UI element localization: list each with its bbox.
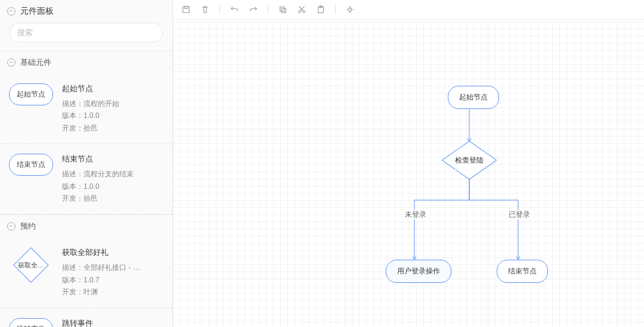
undo-icon[interactable] — [230, 5, 239, 14]
component-desc: 描述：流程的开始 — [62, 98, 165, 110]
component-desc: 描述：流程分支的结束 — [62, 168, 165, 180]
component-version: 版本：1.0.0 — [62, 180, 165, 192]
svg-point-8 — [348, 8, 351, 11]
toolbar-separator — [268, 5, 268, 14]
svg-rect-0 — [183, 7, 190, 13]
node-check-login[interactable]: 检查登陆 — [441, 142, 498, 178]
toolbar-separator — [335, 5, 336, 14]
component-list-reserve: 获取全… 获取全部好礼 描述：全部好礼接口 - … 版本：1.0.7 开发：叶渊… — [0, 238, 172, 327]
section-title: 预约 — [20, 221, 36, 232]
panel-header[interactable]: − 元件面板 — [0, 0, 172, 23]
node-end[interactable]: 结束节点 — [497, 260, 548, 283]
component-title: 起始节点 — [62, 83, 165, 94]
collapse-icon[interactable]: − — [7, 58, 16, 67]
search-wrap — [0, 23, 172, 51]
diamond-node-icon: 获取全… — [13, 247, 49, 283]
svg-rect-6 — [318, 7, 324, 13]
component-meta: 起始节点 描述：流程的开始 版本：1.0.0 开发：拾邑 — [55, 83, 165, 134]
component-version: 版本：1.0.0 — [62, 110, 165, 122]
component-desc: 描述：全部好礼接口 - … — [62, 261, 165, 273]
component-dev: 开发：拾邑 — [62, 192, 165, 204]
component-item[interactable]: 跳转事件 跳转事件 描述：跳转方法 版本：1.0.3 开发：叶渊 — [0, 309, 172, 327]
component-dev: 开发：叶渊 — [62, 286, 165, 298]
svg-rect-1 — [184, 7, 187, 9]
component-item[interactable]: 获取全… 获取全部好礼 描述：全部好礼接口 - … 版本：1.0.7 开发：叶渊 — [0, 238, 172, 308]
copy-icon[interactable] — [278, 5, 287, 14]
component-item[interactable]: 起始节点 起始节点 描述：流程的开始 版本：1.0.0 开发：拾邑 — [0, 74, 172, 144]
flow-canvas[interactable]: 未登录 已登录 起始节点 检查登陆 用户登录操作 结束节点 — [173, 21, 644, 327]
component-title: 结束节点 — [62, 154, 165, 164]
component-shape[interactable]: 跳转事件 — [7, 318, 55, 327]
delete-icon[interactable] — [200, 5, 210, 14]
section-header-reserve[interactable]: − 预约 — [0, 214, 172, 238]
component-version: 版本：1.0.7 — [62, 274, 165, 286]
component-shape[interactable]: 结束节点 — [7, 154, 55, 176]
section-header-basic[interactable]: − 基础元件 — [0, 51, 172, 74]
component-item[interactable]: 结束节点 结束节点 描述：流程分支的结束 版本：1.0.0 开发：拾邑 — [0, 144, 172, 214]
toolbar-separator — [219, 5, 220, 14]
rounded-node-icon: 跳转事件 — [9, 318, 53, 327]
component-list-basic: 起始节点 起始节点 描述：流程的开始 版本：1.0.0 开发：拾邑 结束节点 结… — [0, 74, 172, 214]
section-title: 基础元件 — [20, 57, 51, 68]
paste-icon[interactable] — [316, 5, 326, 14]
canvas-area: 未登录 已登录 起始节点 检查登陆 用户登录操作 结束节点 — [173, 0, 644, 327]
svg-point-4 — [299, 11, 301, 13]
toolbar — [173, 0, 644, 20]
component-title: 跳转事件 — [62, 318, 165, 327]
node-start[interactable]: 起始节点 — [448, 86, 499, 109]
component-title: 获取全部好礼 — [62, 247, 165, 258]
svg-rect-2 — [280, 7, 284, 11]
component-shape[interactable]: 起始节点 — [7, 83, 55, 105]
edge-label-not-logged[interactable]: 未登录 — [402, 210, 429, 220]
redo-icon[interactable] — [249, 5, 258, 14]
collapse-icon[interactable]: − — [7, 222, 16, 231]
component-panel: − 元件面板 − 基础元件 起始节点 起始节点 描述：流程的开始 版本：1.0.… — [0, 0, 173, 327]
rounded-node-icon: 结束节点 — [9, 154, 53, 176]
save-icon[interactable] — [181, 5, 191, 14]
component-dev: 开发：拾邑 — [62, 122, 165, 134]
svg-point-5 — [303, 11, 305, 13]
node-user-login-op[interactable]: 用户登录操作 — [386, 260, 451, 283]
component-shape[interactable]: 获取全… — [7, 247, 55, 283]
search-input[interactable] — [10, 23, 163, 42]
component-meta: 获取全部好礼 描述：全部好礼接口 - … 版本：1.0.7 开发：叶渊 — [55, 247, 165, 298]
component-meta: 跳转事件 描述：跳转方法 版本：1.0.3 开发：叶渊 — [55, 318, 165, 327]
collapse-icon[interactable]: − — [7, 7, 16, 15]
edge-label-logged[interactable]: 已登录 — [506, 210, 532, 220]
cut-icon[interactable] — [297, 5, 306, 14]
svg-rect-3 — [281, 8, 286, 13]
rounded-node-icon: 起始节点 — [9, 83, 53, 105]
component-meta: 结束节点 描述：流程分支的结束 版本：1.0.0 开发：拾邑 — [55, 154, 165, 204]
locate-icon[interactable] — [345, 5, 355, 14]
panel-title: 元件面板 — [20, 6, 54, 17]
